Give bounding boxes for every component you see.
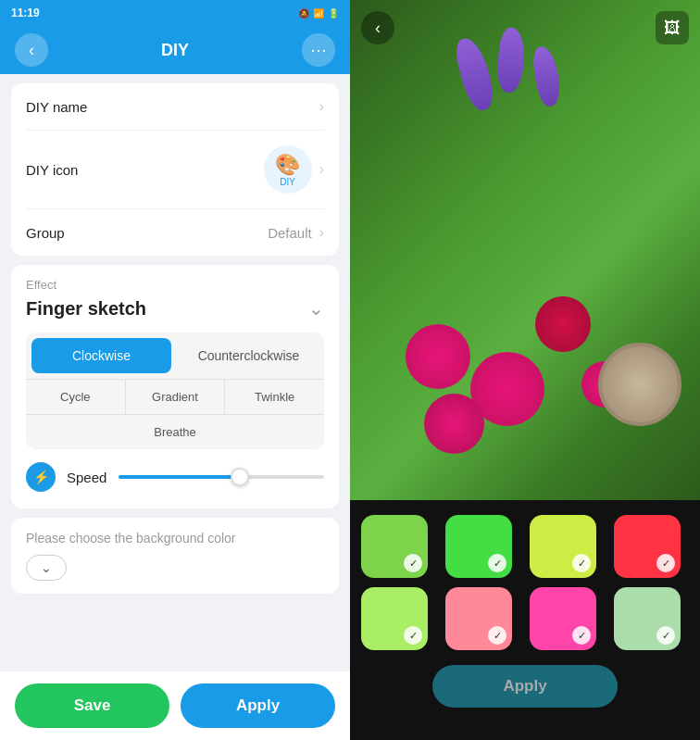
color-swatch-1[interactable]: ✓ — [445, 515, 512, 578]
color-swatch-2[interactable]: ✓ — [530, 515, 596, 578]
color-swatch-4[interactable]: ✓ — [361, 587, 428, 650]
color-swatch-0[interactable]: ✓ — [361, 515, 428, 578]
diy-icon-symbol: 🎨 — [275, 153, 300, 177]
cycle-button[interactable]: Cycle — [26, 380, 126, 414]
status-bar: 11:19 🔕 📶 🔋 — [0, 0, 350, 26]
battery-icon: 🔋 — [328, 8, 339, 19]
group-chevron: › — [319, 224, 324, 241]
pink-flower-1 — [406, 324, 470, 389]
direction-row: Clockwise Counterclockwise — [26, 332, 324, 379]
right-panel: ‹ 🖼 ✓✓✓✓✓✓✓✓ Apply — [350, 0, 700, 740]
apply-button-right[interactable]: Apply — [432, 665, 618, 708]
bg-color-dropdown[interactable]: ⌄ — [26, 555, 67, 581]
iris-flower-2 — [495, 27, 527, 94]
diy-name-chevron: › — [319, 98, 324, 115]
counterclockwise-button[interactable]: Counterclockwise — [179, 338, 319, 373]
color-check-0: ✓ — [404, 554, 422, 572]
iris-flower-3 — [531, 45, 563, 108]
gradient-button[interactable]: Gradient — [126, 380, 226, 414]
color-swatch-5[interactable]: ✓ — [445, 587, 512, 650]
left-panel: 11:19 🔕 📶 🔋 ‹ DIY ⋯ DIY name › DIY icon — [0, 0, 350, 740]
diy-icon-label: DIY icon — [26, 162, 264, 178]
diy-name-label: DIY name — [26, 99, 319, 115]
back-button[interactable]: ‹ — [15, 33, 48, 67]
group-row[interactable]: Group Default › — [26, 209, 324, 256]
photo-back-button[interactable]: ‹ — [361, 11, 394, 44]
effect-name: Finger sketch — [26, 298, 146, 320]
group-label: Group — [26, 225, 268, 241]
mute-icon: 🔕 — [298, 8, 309, 19]
color-check-3: ✓ — [656, 554, 675, 572]
color-check-7: ✓ — [656, 626, 675, 645]
bottom-bar: Save Apply — [0, 671, 350, 740]
color-check-6: ✓ — [572, 626, 591, 645]
apply-button-left[interactable]: Apply — [181, 684, 335, 728]
photo-area: ‹ 🖼 — [350, 0, 700, 500]
wifi-icon: 📶 — [313, 8, 324, 19]
photo-background — [350, 0, 700, 500]
app-title: DIY — [161, 41, 189, 60]
diy-name-row[interactable]: DIY name › — [26, 83, 324, 131]
color-picker-area: ✓✓✓✓✓✓✓✓ Apply — [350, 500, 700, 740]
clockwise-button[interactable]: Clockwise — [31, 338, 171, 373]
group-value: Default — [268, 225, 312, 241]
save-button[interactable]: Save — [15, 684, 169, 728]
speed-icon: ⚡ — [26, 462, 56, 492]
breathe-button[interactable]: Breathe — [126, 415, 224, 449]
iris-flower-1 — [452, 34, 498, 113]
status-time: 11:19 — [11, 6, 298, 19]
speed-label: Speed — [67, 470, 107, 485]
effect-section-label: Effect — [26, 278, 324, 292]
speed-slider[interactable] — [119, 475, 324, 479]
diy-icon-preview: 🎨 DIY — [264, 145, 312, 194]
color-swatch-7[interactable]: ✓ — [614, 587, 681, 650]
color-check-1: ✓ — [488, 554, 506, 572]
color-check-4: ✓ — [404, 626, 422, 645]
options-row: Cycle Gradient Twinkle — [26, 379, 324, 414]
stone-wheel — [598, 343, 681, 426]
diy-icon-text: DIY — [280, 177, 295, 187]
effect-dropdown-icon[interactable]: ⌄ — [308, 297, 324, 320]
pink-flower-5 — [424, 394, 484, 454]
status-icons: 🔕 📶 🔋 — [298, 8, 339, 19]
color-grid: ✓✓✓✓✓✓✓✓ — [361, 515, 689, 650]
photo-gallery-button[interactable]: 🖼 — [656, 11, 689, 44]
settings-card: DIY name › DIY icon 🎨 DIY › Group Defaul… — [11, 83, 339, 256]
effect-card: Effect Finger sketch ⌄ Clockwise Counter… — [11, 265, 339, 508]
color-check-5: ✓ — [488, 626, 506, 645]
color-swatch-6[interactable]: ✓ — [530, 587, 596, 650]
diy-icon-row[interactable]: DIY icon 🎨 DIY › — [26, 131, 324, 209]
speed-row: ⚡ Speed — [26, 449, 324, 495]
bg-color-label: Please choose the background color — [26, 531, 324, 546]
top-bar: ‹ DIY ⋯ — [0, 26, 350, 74]
twinkle-button[interactable]: Twinkle — [225, 380, 324, 414]
share-button[interactable]: ⋯ — [302, 33, 335, 67]
diy-icon-chevron: › — [319, 161, 324, 178]
effect-name-row: Finger sketch ⌄ — [26, 297, 324, 320]
breathe-row: Breathe — [26, 414, 324, 449]
scroll-content: DIY name › DIY icon 🎨 DIY › Group Defaul… — [0, 74, 350, 671]
bg-color-card: Please choose the background color ⌄ — [11, 518, 339, 594]
pink-flower-3 — [535, 296, 591, 352]
color-check-2: ✓ — [572, 554, 591, 572]
color-swatch-3[interactable]: ✓ — [614, 515, 681, 578]
